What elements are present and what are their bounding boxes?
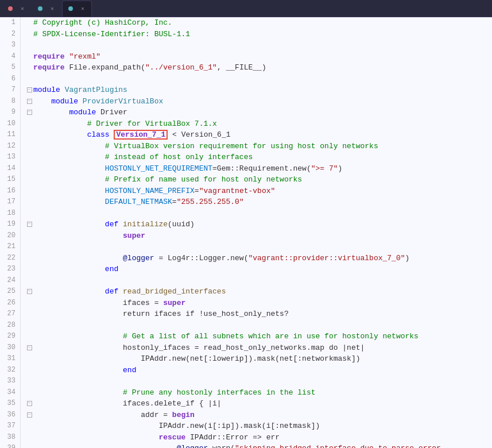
indent-15 <box>33 174 105 186</box>
line-number-7: 7 <box>5 84 16 96</box>
code-line-35: − ifaces.delete_if { |i| <box>25 398 492 410</box>
fold-col-9[interactable]: − <box>25 110 33 115</box>
fold-icon-30[interactable]: − <box>27 345 32 350</box>
fold-icon-35[interactable]: − <box>27 401 32 406</box>
fold-col-36[interactable]: − <box>25 412 33 418</box>
fold-icon-9[interactable]: − <box>27 110 32 115</box>
indent-11 <box>33 129 87 141</box>
code-area[interactable]: # Copyright (c) HashiCorp, Inc.# SPDX-Li… <box>21 17 492 448</box>
token-plain-8-1 <box>78 96 83 107</box>
token-ivar-22-0: @logger <box>123 253 154 264</box>
tab-close-version[interactable]: ✕ <box>80 5 86 12</box>
code-line-16: HOSTONLY_NAME_PREFIX="vagrantnet-vbox" <box>25 186 492 197</box>
token-plain-9-1: Driver <box>96 107 127 118</box>
line-number-25: 25 <box>5 286 16 298</box>
code-line-14: HOSTONLY_NET_REQUIREMENT=Gem::Requiremen… <box>25 163 492 175</box>
indent-38 <box>33 432 158 443</box>
token-plain-26-0: ifaces = <box>123 298 163 309</box>
token-comment-15-0: # Prefix of name used for host only netw… <box>105 174 302 186</box>
code-line-33 <box>25 376 492 387</box>
token-plain-16-1: = <box>195 186 199 197</box>
indent-14 <box>33 163 105 175</box>
fold-col-8[interactable]: − <box>25 99 33 104</box>
indent-32 <box>33 365 123 376</box>
token-comment-29-0: # Get a list of all subnets which are in… <box>123 331 419 342</box>
indent-31 <box>33 353 141 365</box>
tab-icon-plugin <box>8 6 13 11</box>
fold-col-7[interactable]: − <box>25 87 33 92</box>
token-plain-30-0: hostonly_ifaces = read_host_only_network… <box>123 342 365 354</box>
code-line-7: −module VagrantPlugins <box>25 84 492 96</box>
token-plain-14-3: ) <box>338 163 343 175</box>
code-line-15: # Prefix of name used for host only netw… <box>25 174 492 186</box>
fold-col-35[interactable]: − <box>25 401 33 406</box>
fold-icon-19[interactable]: − <box>27 222 32 227</box>
tab-bar: ✕ ✕ ✕ <box>0 0 492 17</box>
token-string-5-2: "../version_6_1" <box>145 62 217 74</box>
line-number-12: 12 <box>5 141 16 152</box>
code-line-37: IPAddr.new(i[:ip]).mask(i[:netmask]) <box>25 420 492 432</box>
token-string-16-2: "vagrantnet-vbox" <box>199 186 276 197</box>
indent-8 <box>33 96 51 107</box>
line-number-1: 1 <box>5 17 16 29</box>
line-number-13: 13 <box>5 152 16 163</box>
code-line-8: − module ProviderVirtualBox <box>25 96 492 107</box>
line-number-37: 37 <box>5 420 16 432</box>
line-number-27: 27 <box>5 308 16 320</box>
code-line-2: # SPDX-License-Identifier: BUSL-1.1 <box>25 29 492 40</box>
token-const-16-0: HOSTONLY_NAME_PREFIX <box>105 186 195 197</box>
fold-col-19[interactable]: − <box>25 222 33 227</box>
tab-plugin-rb[interactable]: ✕ <box>2 1 31 17</box>
fold-icon-36[interactable]: − <box>27 412 32 418</box>
token-module-7-2: VagrantPlugins <box>65 84 127 96</box>
token-plain-22-3: ) <box>405 253 410 264</box>
code-line-23: end <box>25 264 492 275</box>
tab-close-meta[interactable]: ✕ <box>49 5 55 12</box>
fold-icon-8[interactable]: − <box>27 99 32 104</box>
token-method-19-2: initialize <box>123 219 168 230</box>
token-plain-19-1 <box>118 219 123 230</box>
indent-17 <box>33 196 105 208</box>
line-number-3: 3 <box>5 40 16 51</box>
token-plain-17-1: = <box>172 196 177 208</box>
tab-close-plugin[interactable]: ✕ <box>20 5 25 12</box>
token-string-39-2: "skipping bridged interface due to parse… <box>235 443 441 448</box>
fold-icon-25[interactable]: − <box>27 289 32 294</box>
line-number-26: 26 <box>5 298 16 309</box>
token-plain-19-3: (uuid) <box>168 219 195 230</box>
fold-icon-7[interactable]: − <box>27 87 32 92</box>
token-comment-34-0: # Prune any hostonly interfaces in the l… <box>123 387 315 399</box>
indent-19 <box>33 219 105 230</box>
code-line-6 <box>25 74 492 85</box>
tab-meta-rb[interactable]: ✕ <box>32 1 61 17</box>
code-line-12: # VirtualBox version requirement for usi… <box>25 141 492 152</box>
fold-col-30[interactable]: − <box>25 345 33 350</box>
line-number-4: 4 <box>5 51 16 63</box>
code-line-27: return ifaces if !use_host_only_nets? <box>25 308 492 320</box>
code-line-32: end <box>25 365 492 376</box>
token-plain-39-3: ... <box>441 443 454 448</box>
line-number-8: 8 <box>5 96 16 107</box>
token-string-14-2: ">= 7" <box>311 163 338 175</box>
fold-col-25[interactable]: − <box>25 289 33 294</box>
tab-version-rb[interactable]: ✕ <box>62 1 92 17</box>
indent-23 <box>33 264 105 275</box>
token-plain-36-0: addr = <box>141 410 172 421</box>
indent-12 <box>33 141 105 152</box>
indent-39 <box>33 443 177 448</box>
token-keyword2-19-0: def <box>105 219 118 230</box>
line-number-36: 36 <box>5 410 16 421</box>
line-number-9: 9 <box>5 107 16 118</box>
highlight-token-11-2: Version_7_1 <box>114 130 168 140</box>
code-line-34: # Prune any hostonly interfaces in the l… <box>25 387 492 399</box>
indent-20 <box>33 230 123 242</box>
token-plain-11-3: < Version_6_1 <box>168 129 230 141</box>
line-number-29: 29 <box>5 331 16 342</box>
token-const-17-0: DEFAULT_NETMASK <box>105 196 172 208</box>
token-keyword2-23-0: end <box>105 264 118 275</box>
code-line-39: @logger.warn("skipping bridged interface… <box>25 443 492 448</box>
line-number-11: 11 <box>5 129 16 141</box>
token-module-8-2: ProviderVirtualBox <box>83 96 163 107</box>
token-plain-5-1: File.expand_path( <box>65 62 145 74</box>
line-number-20: 20 <box>5 230 16 242</box>
